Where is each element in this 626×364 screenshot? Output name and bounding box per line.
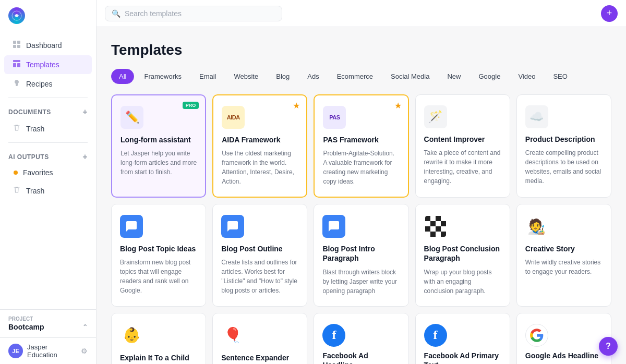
project-name-row[interactable]: Bootcamp ⌃ <box>8 323 88 331</box>
user-row[interactable]: JE Jasper Education ⚙ <box>0 337 96 364</box>
sidebar-item-trash[interactable]: Trash <box>4 119 92 138</box>
add-document-button[interactable]: + <box>82 107 88 117</box>
card-desc-product-desc: Create compelling product descriptions t… <box>525 148 603 186</box>
dashboard-label: Dashboard <box>26 41 62 50</box>
recipes-label: Recipes <box>26 80 53 88</box>
aida-icon: AIDA <box>222 106 245 129</box>
star-icon-pas: ★ <box>394 101 402 111</box>
card-title-sentence-expander: Sentence Expander <box>221 353 298 362</box>
project-label: PROJECT <box>8 316 88 322</box>
ai-trash-label: Trash <box>26 187 44 195</box>
facebook-icon-headline: f <box>322 324 345 347</box>
checkers-icon <box>424 215 447 238</box>
template-card-blog-outline[interactable]: Blog Post Outline Create lists and outli… <box>212 204 307 306</box>
sidebar-item-recipes[interactable]: Recipes <box>4 75 92 93</box>
template-card-blog-conclusion[interactable]: Blog Post Conclusion Paragraph Wrap up y… <box>415 204 510 306</box>
filter-tabs: All Frameworks Email Website Blog Ads Ec… <box>111 69 611 84</box>
chat-icon-blog-intro <box>322 215 345 238</box>
filter-tab-all[interactable]: All <box>111 69 134 84</box>
filter-tab-seo[interactable]: SEO <box>545 69 575 84</box>
nav-divider-2 <box>8 142 88 143</box>
topbar: 🔍 Search templates + <box>97 0 626 27</box>
svg-rect-7 <box>17 63 20 67</box>
creative-story-icon: 🧑‍🎨 <box>525 215 548 238</box>
sidebar-item-dashboard[interactable]: Dashboard <box>4 36 92 55</box>
user-name: Jasper Education <box>27 343 77 359</box>
main-area: 🔍 Search templates + Templates All Frame… <box>97 0 626 364</box>
add-ai-output-button[interactable]: + <box>82 152 88 162</box>
svg-rect-8 <box>16 85 18 86</box>
card-title-blog-conclusion: Blog Post Conclusion Paragraph <box>424 244 501 263</box>
template-card-long-form[interactable]: PRO ✏️ Long-form assistant Let Jasper he… <box>111 94 206 198</box>
card-title-fb-headline: Facebook Ad Headline <box>322 351 400 364</box>
filter-tab-new[interactable]: New <box>439 69 468 84</box>
favorites-label: Favorites <box>23 168 53 177</box>
template-card-product-desc[interactable]: ☁️ Product Description Create compelling… <box>516 94 611 198</box>
nav-divider-1 <box>8 98 88 98</box>
template-card-fb-headline[interactable]: f Facebook Ad Headline Generate scroll-s… <box>314 313 408 364</box>
template-card-blog-topic[interactable]: Blog Post Topic Ideas Brainstorm new blo… <box>111 204 206 306</box>
template-card-creative-story[interactable]: 🧑‍🎨 Creative Story Write wildly creative… <box>516 204 611 306</box>
svg-rect-2 <box>17 41 20 44</box>
template-card-google-ads[interactable]: Google Ads Headline Create high converti… <box>516 313 611 364</box>
filter-tab-email[interactable]: Email <box>191 69 224 84</box>
template-card-blog-intro[interactable]: Blog Post Intro Paragraph Blast through … <box>314 204 408 306</box>
app-logo <box>8 7 25 24</box>
google-icon <box>525 324 548 347</box>
filter-tab-blog[interactable]: Blog <box>268 69 297 84</box>
long-form-icon: ✏️ <box>121 106 143 129</box>
ai-outputs-section-header: AI outputs + <box>0 147 96 164</box>
balloon-icon: 🎈 <box>221 324 244 347</box>
card-desc-pas: Problem-Agitate-Solution. A valuable fra… <box>323 149 399 186</box>
templates-icon <box>13 59 21 70</box>
card-title-product-desc: Product Description <box>525 135 603 144</box>
trash-icon <box>13 124 21 134</box>
card-title-google-ads: Google Ads Headline <box>525 351 603 360</box>
template-card-explain-child[interactable]: 👶 Explain It To a Child Rephrase text to… <box>111 313 206 364</box>
filter-tab-frameworks[interactable]: Frameworks <box>136 69 189 84</box>
content-area: Templates All Frameworks Email Website B… <box>97 27 626 364</box>
baby-icon: 👶 <box>120 324 143 347</box>
template-card-content-improver[interactable]: 🪄 Content Improver Take a piece of conte… <box>415 94 510 198</box>
template-card-pas[interactable]: ★ PAS PAS Framework Problem-Agitate-Solu… <box>314 94 408 198</box>
recipes-icon <box>13 79 21 89</box>
help-button[interactable]: ? <box>599 337 618 356</box>
dashboard-icon <box>13 40 21 51</box>
card-desc-blog-intro: Blast through writers block by letting J… <box>322 268 400 296</box>
template-card-sentence-expander[interactable]: 🎈 Sentence Expander Expand a short sente… <box>212 313 307 364</box>
card-title-explain-child: Explain It To a Child <box>120 353 197 362</box>
svg-rect-6 <box>13 63 16 67</box>
settings-icon[interactable]: ⚙ <box>81 347 88 355</box>
template-grid: PRO ✏️ Long-form assistant Let Jasper he… <box>111 94 611 364</box>
filter-tab-social-media[interactable]: Social Media <box>383 69 437 84</box>
card-title-blog-intro: Blog Post Intro Paragraph <box>322 244 400 263</box>
filter-tab-ads[interactable]: Ads <box>299 69 327 84</box>
project-chevron-icon: ⌃ <box>82 323 88 331</box>
filter-tab-video[interactable]: Video <box>510 69 543 84</box>
card-desc-blog-outline: Create lists and outlines for articles. … <box>221 258 298 295</box>
filter-tab-website[interactable]: Website <box>226 69 266 84</box>
templates-label: Templates <box>26 60 59 69</box>
filter-tab-ecommerce[interactable]: Ecommerce <box>329 69 381 84</box>
template-card-fb-primary[interactable]: f Facebook Ad Primary Text Create high c… <box>415 313 510 364</box>
search-input[interactable]: Search templates <box>125 9 182 18</box>
sidebar: Dashboard Templates Recipes Documents + … <box>0 0 97 364</box>
pas-icon: PAS <box>323 106 346 129</box>
chat-icon-blog-outline <box>221 215 244 238</box>
new-button[interactable]: + <box>601 5 618 22</box>
card-desc-blog-conclusion: Wrap up your blog posts with an engaging… <box>424 268 501 296</box>
ai-outputs-label: AI outputs <box>8 153 49 161</box>
search-bar[interactable]: 🔍 Search templates <box>105 6 282 21</box>
sidebar-item-ai-trash[interactable]: Trash <box>4 181 92 200</box>
documents-label: Documents <box>8 108 51 116</box>
svg-rect-1 <box>13 41 16 44</box>
sidebar-item-templates[interactable]: Templates <box>4 55 92 74</box>
sidebar-navigation: Dashboard Templates Recipes Documents + … <box>0 31 96 309</box>
sidebar-item-favorites[interactable]: Favorites <box>4 164 92 181</box>
filter-tab-google[interactable]: Google <box>471 69 508 84</box>
page-title: Templates <box>111 42 611 58</box>
card-desc-blog-topic: Brainstorm new blog post topics that wil… <box>120 258 197 295</box>
template-card-aida[interactable]: ★ AIDA AIDA Framework Use the oldest mar… <box>212 94 307 198</box>
card-title-aida: AIDA Framework <box>222 135 298 144</box>
search-icon: 🔍 <box>112 9 121 18</box>
